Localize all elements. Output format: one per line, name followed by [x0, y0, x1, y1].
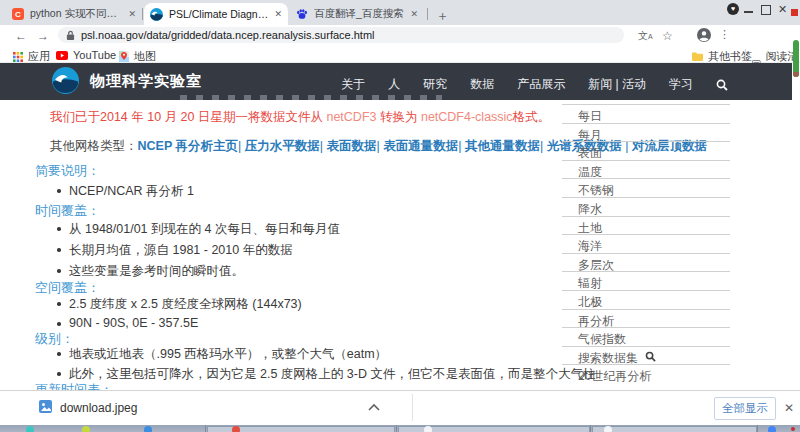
taskbar-app-icon[interactable] — [144, 426, 152, 432]
link-separator: | — [458, 139, 461, 153]
url-text: psl.noaa.gov/data/gridded/data.ncep.rean… — [81, 29, 375, 41]
nav-news[interactable]: 新闻 | 活动 — [588, 76, 646, 93]
netcdf3-link[interactable]: netCDF3 — [326, 110, 376, 124]
sidebar-item-radiation[interactable]: 辐射 — [562, 271, 730, 290]
sidebar-item-temperature[interactable]: 温度 — [562, 160, 730, 179]
dataset-sidebar: 每日 每月 表面 温度 不锈钢 降水 土地 海洋 多层次 辐射 北极 再分析 气… — [562, 104, 730, 383]
sidebar-item-precipitation[interactable]: 降水 — [562, 197, 730, 216]
taskbar-task-button[interactable] — [592, 426, 757, 432]
taskbar-divider — [205, 425, 206, 432]
profile-avatar[interactable] — [697, 28, 711, 46]
sidebar-label: 表面 — [578, 145, 602, 162]
bookmark-maps[interactable]: 地图 — [119, 49, 156, 64]
netcdf4-link[interactable]: netCDF4-classic — [421, 110, 513, 124]
grid-link[interactable]: NCEP 再分析主页 — [138, 139, 238, 153]
clipped-page-title — [180, 95, 442, 100]
taskbar-app-icon[interactable] — [604, 426, 612, 432]
taskbar-app-icon[interactable] — [82, 426, 90, 432]
sidebar-item-surface[interactable]: 表面 — [562, 141, 730, 160]
chevron-up-icon[interactable] — [368, 403, 380, 411]
bookmark-apps[interactable]: 应用 — [13, 49, 50, 64]
new-tab-button[interactable]: ＋ — [436, 7, 449, 25]
scrollbar-thumb[interactable] — [793, 40, 799, 77]
sidebar-label: 每月 — [578, 127, 602, 144]
address-bar[interactable]: psl.noaa.gov/data/gridded/data.ncep.rean… — [58, 27, 624, 43]
sidebar-item-search-datasets[interactable]: 搜索数据集 — [562, 346, 730, 365]
sidebar-item-monthly[interactable]: 每月 — [562, 123, 730, 142]
sidebar-label: 20世纪再分析 — [578, 368, 651, 385]
notice-text: 格式。 — [513, 110, 551, 124]
sidebar-item-climate-indices[interactable]: 气候指数 — [562, 327, 730, 346]
taskbar-app-icon[interactable] — [424, 426, 432, 432]
download-filename[interactable]: download.jpeg — [60, 401, 137, 415]
other-bookmarks[interactable]: 其他书签 — [692, 49, 752, 64]
sidebar-label: 北极 — [578, 294, 602, 311]
grid-link[interactable]: 表面数据 — [326, 139, 376, 153]
translate-icon[interactable]: 文A — [638, 29, 653, 43]
sidebar-label: 辐射 — [578, 275, 602, 292]
sidebar-label: 搜索数据集 — [578, 350, 638, 367]
tab-close-icon[interactable]: ✕ — [274, 10, 282, 19]
heart-badge-icon: ♥ — [727, 3, 739, 15]
bookmark-label: 应用 — [28, 49, 50, 64]
nav-data[interactable]: 数据 — [470, 76, 494, 93]
grid-link[interactable]: 其他通量数据 — [465, 139, 540, 153]
download-item-divider — [412, 394, 413, 421]
download-bar-close-icon[interactable]: ✕ — [784, 401, 794, 415]
taskbar-app-icon[interactable] — [768, 426, 776, 432]
sidebar-label: 降水 — [578, 201, 602, 218]
taskbar-divider — [590, 425, 591, 432]
nav-learn[interactable]: 学习 — [669, 76, 693, 93]
close-button[interactable]: ✕ — [778, 4, 787, 14]
taskbar-start-icon[interactable] — [26, 426, 34, 432]
sidebar-label: 不锈钢 — [578, 182, 614, 199]
svg-text:C: C — [15, 10, 21, 19]
sidebar-item-land[interactable]: 土地 — [562, 216, 730, 235]
show-all-button[interactable]: 全部显示 — [714, 397, 776, 420]
section-heading: 时间覆盖： — [35, 202, 100, 220]
bookmarks-divider — [745, 49, 746, 60]
tab-baidu[interactable]: 百度翻译_百度搜索 ✕ — [290, 3, 424, 25]
sidebar-item-reanalysis[interactable]: 再分析 — [562, 309, 730, 328]
forward-icon[interactable]: → — [37, 29, 49, 43]
bookmark-star-icon[interactable]: ☆ — [662, 29, 673, 43]
bookmark-youtube[interactable]: YouTube — [56, 49, 116, 61]
grid-link[interactable]: 表面通量数据 — [383, 139, 458, 153]
sidebar-item-ocean[interactable]: 海洋 — [562, 234, 730, 253]
windows-taskbar — [0, 425, 800, 432]
tab-close-icon[interactable]: ✕ — [410, 10, 418, 19]
sidebar-item-sst[interactable]: 不锈钢 — [562, 178, 730, 197]
sidebar-label: 每日 — [578, 108, 602, 125]
search-icon[interactable] — [716, 79, 728, 91]
bullet-item: 此外，这里包括可降水，因为它是 2.5 度网格上的 3-D 文件，但它不是表面值… — [57, 366, 595, 383]
bullet-item: NCEP/NCAR 再分析 1 — [57, 183, 194, 200]
nav-about[interactable]: 关于 — [341, 76, 365, 93]
nav-people[interactable]: 人 — [388, 76, 400, 93]
conversion-notice: 我们已于2014 年 10 月 20 日星期一将数据文件从 netCDF3 转换… — [50, 109, 550, 126]
sidebar-label: 气候指数 — [578, 331, 626, 348]
sidebar-label: 海洋 — [578, 238, 602, 255]
back-icon[interactable]: ← — [15, 29, 27, 43]
maximize-button[interactable] — [761, 5, 771, 15]
taskbar-divider — [396, 425, 397, 432]
tab-close-icon[interactable]: ✕ — [128, 10, 136, 19]
noaa-logo[interactable] — [52, 67, 79, 98]
nav-products[interactable]: 产品展示 — [517, 76, 565, 93]
search-icon — [645, 351, 656, 362]
bullet-item: 从 1948/01/01 到现在的 4 次每日、每日和每月值 — [57, 221, 340, 238]
tab-csdn[interactable]: C python 实现不同分辨率的海洋气 ✕ — [6, 3, 142, 25]
sidebar-item-daily[interactable]: 每日 — [562, 104, 730, 123]
link-separator: | — [238, 139, 241, 153]
taskbar-tray-icon — [791, 427, 795, 431]
menu-dots-icon[interactable]: ⋮ — [719, 28, 730, 41]
sidebar-item-20th-century[interactable]: 20世纪再分析 — [562, 364, 730, 383]
tab-psl[interactable]: PSL/Climate Diagnostics Branc ✕ — [144, 3, 288, 25]
grid-link[interactable]: 压力水平数据 — [245, 139, 320, 153]
link-separator: | — [540, 139, 543, 153]
sidebar-item-multilevel[interactable]: 多层次 — [562, 253, 730, 272]
sidebar-item-arctic[interactable]: 北极 — [562, 290, 730, 309]
nav-research[interactable]: 研究 — [423, 76, 447, 93]
taskbar-app-icon[interactable] — [232, 426, 240, 432]
minimize-button[interactable] — [744, 11, 753, 13]
noaa-icon — [150, 8, 163, 21]
